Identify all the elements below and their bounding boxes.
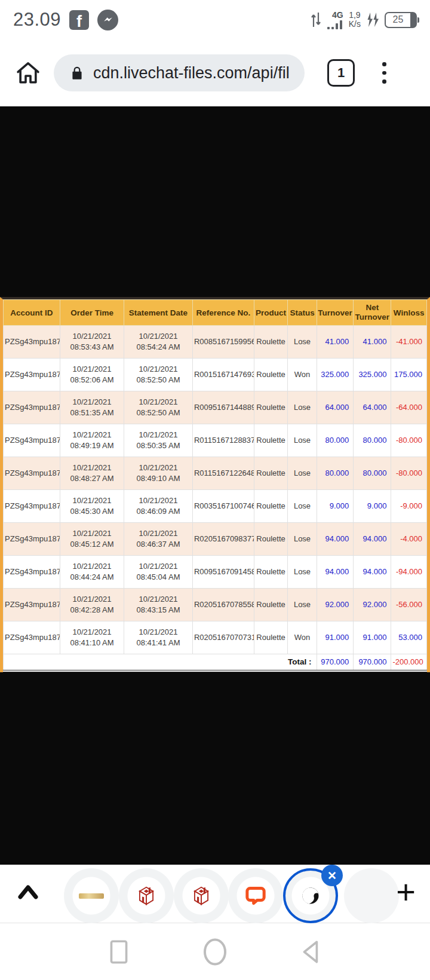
cell-product: Roulette — [254, 621, 288, 654]
cell-status: Lose — [288, 457, 317, 490]
dock-bubble-globe-active[interactable]: ✕ — [283, 868, 338, 923]
bet-statement-table: Account ID Order Time Statement Date Ref… — [0, 297, 430, 672]
browser-menu-icon[interactable] — [382, 62, 386, 84]
network-speed: 1,9 K/s — [349, 11, 361, 28]
cell-status: Won — [288, 359, 317, 391]
table-row: PZSg43mpu1873 10/21/2021 08:45:12 AM 10/… — [4, 523, 427, 556]
cell-net-turnover: 91.000 — [354, 621, 391, 654]
recents-nav-icon[interactable] — [105, 938, 133, 966]
cell-reference-no: R0205167070731 — [192, 621, 254, 654]
home-nav-icon[interactable] — [200, 937, 230, 967]
cell-turnover: 92.000 — [317, 589, 354, 621]
livechat-icon — [244, 884, 268, 908]
cell-net-turnover: 94.000 — [354, 556, 391, 589]
table-row: PZSg43mpu1873 10/21/2021 08:42:28 AM 10/… — [4, 589, 427, 621]
cell-winloss: -64.000 — [391, 391, 427, 424]
cell-order-time: 10/21/2021 08:44:24 AM — [60, 556, 124, 589]
table-row: PZSg43mpu1873 10/21/2021 08:44:24 AM 10/… — [4, 556, 427, 589]
home-icon[interactable] — [14, 59, 42, 87]
cell-product: Roulette — [254, 359, 288, 391]
cell-account-id: PZSg43mpu1873 — [4, 391, 60, 424]
signal-icon: 4G — [327, 11, 343, 29]
cell-statement-date: 10/21/2021 08:52:50 AM — [124, 359, 193, 391]
total-turnover: 970.000 — [317, 654, 354, 672]
cell-statement-date: 10/21/2021 08:45:04 AM — [124, 556, 193, 589]
cell-status: Won — [288, 621, 317, 654]
cell-turnover: 91.000 — [317, 621, 354, 654]
dock-bubble-partial[interactable] — [344, 868, 399, 923]
col-header-net-turnover: Net Turnover — [354, 300, 391, 326]
cell-product: Roulette — [254, 523, 288, 556]
cell-order-time: 10/21/2021 08:41:10 AM — [60, 621, 124, 654]
cell-statement-date: 10/21/2021 08:46:09 AM — [124, 490, 193, 523]
cell-status: Lose — [288, 589, 317, 621]
table-total-row: Total : 970.000 970.000 -200.000 — [4, 654, 427, 672]
globe-icon — [300, 885, 321, 906]
total-winloss: -200.000 — [391, 654, 427, 672]
cell-winloss: -41.000 — [391, 326, 427, 359]
floating-dock: ✕ + — [0, 865, 430, 923]
cell-reference-no: R0095167144889 — [192, 391, 254, 424]
cell-net-turnover: 9.000 — [354, 490, 391, 523]
casino-logo-icon — [79, 893, 104, 899]
back-nav-icon[interactable] — [297, 938, 325, 966]
col-header-reference-no: Reference No. — [192, 300, 254, 326]
cell-order-time: 10/21/2021 08:53:43 AM — [60, 326, 124, 359]
dock-bubble-livechat[interactable] — [228, 868, 283, 923]
cell-statement-date: 10/21/2021 08:52:50 AM — [124, 391, 193, 424]
cell-product: Roulette — [254, 589, 288, 621]
cell-turnover: 41.000 — [317, 326, 354, 359]
cell-statement-date: 10/21/2021 08:46:37 AM — [124, 523, 193, 556]
cell-order-time: 10/21/2021 08:45:30 AM — [60, 490, 124, 523]
cell-account-id: PZSg43mpu1873 — [4, 457, 60, 490]
total-net-turnover: 970.000 — [354, 654, 391, 672]
cell-turnover: 94.000 — [317, 523, 354, 556]
flash-charging-icon — [366, 12, 379, 27]
dock-bubble-dice-1[interactable] — [119, 868, 174, 923]
cell-account-id: PZSg43mpu1873 — [4, 621, 60, 654]
cell-order-time: 10/21/2021 08:45:12 AM — [60, 523, 124, 556]
close-badge-icon[interactable]: ✕ — [321, 865, 343, 886]
cell-net-turnover: 92.000 — [354, 589, 391, 621]
table-row: PZSg43mpu1873 10/21/2021 08:48:27 AM 10/… — [4, 457, 427, 490]
cell-turnover: 94.000 — [317, 556, 354, 589]
cell-product: Roulette — [254, 556, 288, 589]
cell-turnover: 80.000 — [317, 424, 354, 457]
cell-order-time: 10/21/2021 08:52:06 AM — [60, 359, 124, 391]
cell-account-id: PZSg43mpu1873 — [4, 589, 60, 621]
table-row: PZSg43mpu1873 10/21/2021 08:51:35 AM 10/… — [4, 391, 427, 424]
cell-winloss: -4.000 — [391, 523, 427, 556]
cell-account-id: PZSg43mpu1873 — [4, 424, 60, 457]
dice-icon — [190, 884, 213, 907]
collapse-dock-icon[interactable] — [14, 881, 42, 902]
table-row: PZSg43mpu1873 10/21/2021 08:53:43 AM 10/… — [4, 326, 427, 359]
table-row: PZSg43mpu1873 10/21/2021 08:45:30 AM 10/… — [4, 490, 427, 523]
dice-icon — [135, 884, 158, 907]
table-row: PZSg43mpu1873 10/21/2021 08:49:19 AM 10/… — [4, 424, 427, 457]
table-row: PZSg43mpu1873 10/21/2021 08:41:10 AM 10/… — [4, 621, 427, 654]
url-text: cdn.livechat-files.com/api/fil — [93, 64, 290, 82]
cell-reference-no: R0205167078558 — [192, 589, 254, 621]
tab-switcher[interactable]: 1 — [327, 59, 355, 87]
table-header-row: Account ID Order Time Statement Date Ref… — [4, 300, 427, 326]
cell-reference-no: R0095167091458 — [192, 556, 254, 589]
cell-order-time: 10/21/2021 08:51:35 AM — [60, 391, 124, 424]
cell-net-turnover: 80.000 — [354, 424, 391, 457]
cell-turnover: 80.000 — [317, 457, 354, 490]
address-bar[interactable]: cdn.livechat-files.com/api/fil — [54, 54, 305, 91]
cell-order-time: 10/21/2021 08:49:19 AM — [60, 424, 124, 457]
cell-status: Lose — [288, 523, 317, 556]
cell-account-id: PZSg43mpu1873 — [4, 326, 60, 359]
dock-bubble-dice-2[interactable] — [174, 868, 229, 923]
android-navbar — [0, 923, 430, 980]
add-bubble-icon[interactable]: + — [396, 879, 416, 905]
cell-reference-no: R0085167159956 — [192, 326, 254, 359]
cell-reference-no: R0205167098377 — [192, 523, 254, 556]
dock-bubble-casino[interactable] — [64, 868, 119, 923]
cell-reference-no: R0035167100746 — [192, 490, 254, 523]
cell-account-id: PZSg43mpu1873 — [4, 359, 60, 391]
cell-status: Lose — [288, 556, 317, 589]
cell-product: Roulette — [254, 490, 288, 523]
cell-net-turnover: 325.000 — [354, 359, 391, 391]
data-arrows-icon — [310, 11, 322, 28]
